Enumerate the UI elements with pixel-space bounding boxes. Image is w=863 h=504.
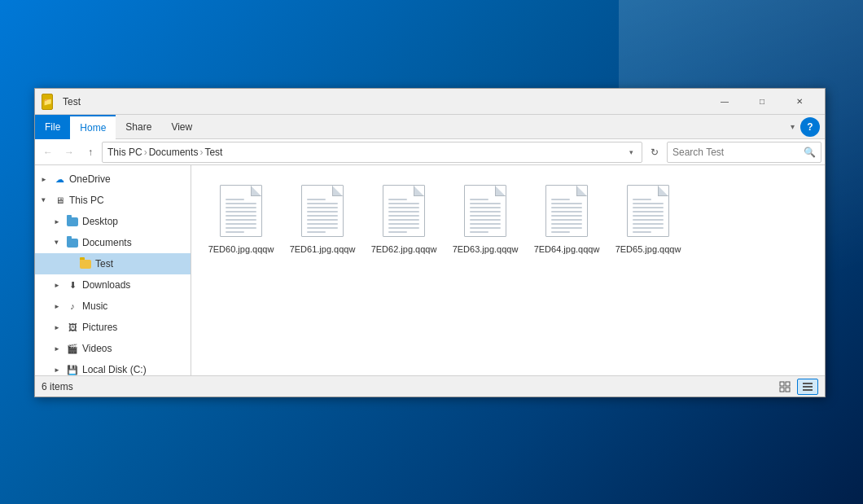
tab-view[interactable]: View (161, 115, 202, 139)
svg-rect-5 (803, 386, 813, 388)
file-name: 7ED62.jpg.qqqw (371, 243, 437, 255)
document-icon (464, 185, 506, 237)
file-icon-wrapper (378, 182, 430, 240)
document-icon (627, 185, 669, 237)
back-button[interactable]: ← (38, 142, 58, 163)
file-item[interactable]: 7ED60.jpg.qqqw (204, 178, 278, 258)
search-input[interactable] (672, 147, 804, 158)
document-icon (301, 185, 344, 237)
file-item[interactable]: 7ED62.jpg.qqqw (367, 178, 440, 258)
sidebar-item-downloads[interactable]: ► ⬇ Downloads (35, 274, 191, 296)
file-area: 7ED60.jpg.qqqw 7ED61.jpg.qqqw 7ED62.jpg.… (191, 165, 825, 375)
file-name: 7ED64.jpg.qqqw (534, 243, 600, 255)
file-item[interactable]: 7ED63.jpg.qqqw (449, 178, 522, 258)
sidebar-label-documents: Documents (82, 237, 132, 248)
grid-view-icon (779, 381, 791, 392)
path-part-documents: Documents (149, 147, 199, 158)
help-button[interactable]: ? (800, 117, 820, 137)
search-icon[interactable]: 🔍 (804, 147, 816, 158)
expand-arrow-documents[interactable]: ► (51, 237, 63, 248)
maximize-button[interactable]: □ (743, 89, 781, 115)
file-name: 7ED61.jpg.qqqw (290, 243, 356, 255)
expand-arrow-localdisk[interactable]: ► (51, 364, 63, 375)
sidebar-label-music: Music (82, 300, 107, 312)
file-item[interactable]: 7ED61.jpg.qqqw (286, 178, 359, 258)
forward-button[interactable]: → (59, 142, 79, 163)
file-icon-wrapper (622, 182, 674, 240)
sidebar: ► ☁ OneDrive ► 🖥 This PC ► Desktop (35, 165, 191, 375)
file-icon-wrapper (459, 182, 511, 240)
sidebar-item-documents[interactable]: ► Documents (35, 232, 191, 253)
sidebar-scroll[interactable]: ► ☁ OneDrive ► 🖥 This PC ► Desktop (35, 165, 191, 375)
doc-lines (470, 199, 501, 233)
sidebar-item-music[interactable]: ► ♪ Music (35, 296, 191, 317)
desktop-folder-icon (66, 215, 79, 228)
file-icon-wrapper (296, 182, 348, 240)
tab-home[interactable]: Home (70, 115, 116, 139)
path-dropdown-icon[interactable]: ▾ (625, 142, 637, 163)
tab-file[interactable]: File (35, 115, 70, 139)
doc-lines (226, 199, 256, 233)
document-icon (545, 185, 588, 237)
quick-access-icon[interactable]: 📁 (42, 94, 53, 110)
svg-rect-1 (786, 382, 790, 386)
close-button[interactable]: ✕ (781, 89, 818, 115)
file-item[interactable]: 7ED65.jpg.qqqw (611, 178, 685, 258)
view-list-button[interactable] (797, 379, 818, 395)
svg-rect-2 (780, 388, 784, 392)
pictures-icon: 🖼 (66, 321, 79, 334)
sidebar-item-pictures[interactable]: ► 🖼 Pictures (35, 317, 191, 338)
search-box[interactable]: 🔍 (667, 142, 821, 163)
document-icon (220, 185, 262, 237)
sidebar-label-localdisk: Local Disk (C:) (82, 364, 147, 375)
sidebar-label-downloads: Downloads (82, 279, 130, 291)
sidebar-item-test[interactable]: ► Test (35, 253, 191, 274)
up-button[interactable]: ↑ (81, 142, 100, 163)
tab-share[interactable]: Share (116, 115, 161, 139)
refresh-button[interactable]: ↻ (644, 142, 665, 163)
menu-chevron-icon[interactable]: ▾ (784, 115, 800, 139)
sidebar-item-localdisk[interactable]: ► 💾 Local Disk (C:) (35, 359, 191, 375)
view-buttons (774, 379, 818, 395)
expand-arrow-onedrive[interactable]: ► (38, 173, 50, 185)
window-controls: — □ ✕ (706, 89, 818, 115)
file-item[interactable]: 7ED64.jpg.qqqw (530, 178, 603, 258)
doc-lines (307, 199, 338, 233)
svg-rect-6 (803, 389, 813, 391)
address-path[interactable]: This PC › Documents › Test ▾ (102, 142, 642, 163)
sidebar-item-thispc[interactable]: ► 🖥 This PC (35, 190, 191, 211)
window-title: Test (63, 96, 706, 107)
svg-rect-0 (780, 382, 784, 386)
expand-arrow-pictures[interactable]: ► (51, 322, 63, 333)
sidebar-item-videos[interactable]: ► 🎬 Videos (35, 338, 191, 359)
status-bar: 6 items (35, 375, 825, 397)
downloads-icon: ⬇ (66, 278, 79, 291)
file-name: 7ED60.jpg.qqqw (208, 243, 274, 255)
minimize-button[interactable]: — (706, 89, 743, 115)
sidebar-label-thispc: This PC (69, 195, 104, 206)
path-part-test: Test (204, 147, 222, 158)
path-sep-1: › (144, 147, 147, 158)
expand-arrow-downloads[interactable]: ► (51, 279, 63, 291)
test-folder-icon (79, 257, 92, 270)
expand-arrow-thispc[interactable]: ► (38, 195, 50, 206)
menu-bar: File Home Share View ▾ ? (35, 115, 825, 139)
doc-lines (388, 199, 419, 233)
doc-lines (551, 199, 582, 233)
svg-rect-4 (803, 383, 813, 384)
view-grid-button[interactable] (774, 379, 795, 395)
sidebar-label-videos: Videos (82, 343, 112, 354)
address-bar: ← → ↑ This PC › Documents › Test ▾ ↻ 🔍 (35, 139, 825, 165)
expand-arrow-music[interactable]: ► (51, 300, 63, 312)
pc-icon: 🖥 (53, 194, 66, 207)
file-name: 7ED65.jpg.qqqw (615, 243, 681, 255)
main-content: ► ☁ OneDrive ► 🖥 This PC ► Desktop (35, 165, 825, 375)
window-icon: 📁 (42, 95, 55, 108)
sidebar-item-onedrive[interactable]: ► ☁ OneDrive (35, 169, 191, 190)
sidebar-item-desktop[interactable]: ► Desktop (35, 211, 191, 232)
sidebar-label-desktop: Desktop (82, 216, 118, 227)
expand-arrow-videos[interactable]: ► (51, 343, 63, 354)
videos-icon: 🎬 (66, 342, 79, 355)
title-bar: 📁 Test — □ ✕ (35, 89, 825, 115)
expand-arrow-desktop[interactable]: ► (51, 216, 63, 227)
